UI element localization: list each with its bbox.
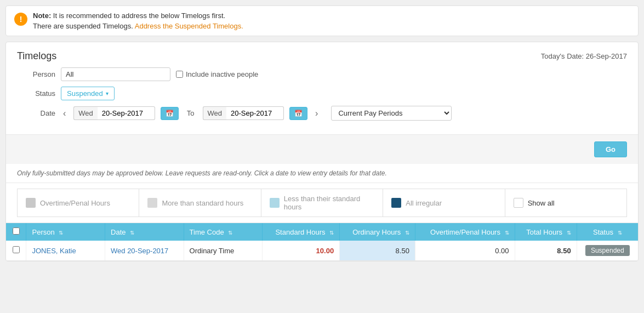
date-prev-button[interactable]: ‹	[61, 107, 68, 119]
chevron-down-icon: ▾	[106, 90, 109, 96]
th-standard-hours-label: Standard Hours	[275, 228, 325, 236]
th-timecode[interactable]: Time Code ⇅	[184, 223, 263, 241]
date-row: Date ‹ Wed 📅 To Wed 📅 › Current Pay Peri…	[17, 106, 627, 121]
person-row: Person Include inactive people	[17, 67, 627, 81]
status-row: Status Suspended ▾	[17, 87, 627, 100]
table-row: JONES, Katie Wed 20-Sep-2017 Ordinary Ti…	[6, 241, 638, 261]
row-overtime-hours: 0.00	[415, 241, 515, 261]
legend-less-standard: Less than their standard hours	[261, 189, 383, 217]
th-overtime-hours[interactable]: Overtime/Penal Hours ⇅	[415, 223, 515, 241]
main-card: Timelogs Today's Date: 26-Sep-2017 Perso…	[5, 42, 639, 261]
row-date[interactable]: Wed 20-Sep-2017	[105, 241, 184, 261]
th-timecode-label: Time Code	[190, 228, 224, 236]
row-checkbox[interactable]	[13, 246, 20, 253]
th-checkbox	[6, 223, 26, 241]
select-all-checkbox[interactable]	[13, 227, 20, 235]
alert-icon: !	[14, 13, 27, 26]
status-label: Status	[17, 89, 55, 98]
person-input[interactable]	[61, 67, 170, 81]
legend-all-irregular: All irregular	[383, 189, 504, 217]
alert-text: Note: It is recommended to address the b…	[33, 12, 243, 30]
date-next-button[interactable]: ›	[313, 107, 320, 119]
th-date[interactable]: Date ⇅	[105, 223, 184, 241]
row-ordinary-hours: 8.50	[340, 241, 415, 261]
include-inactive-checkbox[interactable]	[176, 71, 183, 78]
today-date: Today's Date: 26-Sep-2017	[541, 52, 627, 60]
include-inactive-label[interactable]: Include inactive people	[176, 70, 258, 78]
all-irregular-swatch	[391, 198, 401, 208]
info-text: Only fully-submitted days may be approve…	[6, 164, 638, 183]
th-status[interactable]: Status ⇅	[577, 223, 638, 241]
timelogs-table: Person ⇅ Date ⇅ Time Code ⇅ Standard H	[6, 223, 638, 261]
go-button[interactable]: Go	[594, 141, 627, 157]
date-from-input[interactable]	[98, 106, 155, 120]
sort-ordinary-icon: ⇅	[405, 230, 409, 236]
to-label: To	[187, 109, 195, 117]
period-select[interactable]: Current Pay Periods Last Pay Period Cust…	[331, 106, 452, 121]
th-total-hours-label: Total Hours	[526, 228, 562, 236]
row-checkbox-cell	[6, 241, 26, 261]
page-title: Timelogs	[17, 50, 56, 62]
calendar-to-button[interactable]: 📅	[289, 107, 307, 120]
legend-row: Overtime/Penal Hours More than standard …	[6, 183, 638, 223]
row-timecode: Ordinary Time	[184, 241, 263, 261]
th-ordinary-hours[interactable]: Ordinary Hours ⇅	[340, 223, 415, 241]
go-area: Go	[6, 134, 638, 164]
more-standard-label: More than standard hours	[162, 199, 243, 207]
page-wrapper: ! Note: It is recommended to address the…	[0, 0, 644, 313]
th-ordinary-hours-label: Ordinary Hours	[352, 228, 401, 236]
sort-date-icon: ⇅	[130, 230, 134, 236]
th-total-hours[interactable]: Total Hours ⇅	[515, 223, 577, 241]
th-date-label: Date	[111, 228, 126, 236]
sort-person-icon: ⇅	[59, 230, 63, 236]
sort-total-icon: ⇅	[567, 230, 571, 236]
status-dropdown-button[interactable]: Suspended ▾	[61, 87, 115, 100]
sort-standard-icon: ⇅	[329, 230, 334, 236]
table-area: Person ⇅ Date ⇅ Time Code ⇅ Standard H	[6, 223, 638, 261]
show-all-label[interactable]: Show all	[528, 199, 555, 207]
more-standard-swatch	[147, 198, 157, 208]
all-irregular-label: All irregular	[406, 199, 442, 207]
th-person[interactable]: Person ⇅	[26, 223, 105, 241]
date-to-input[interactable]	[226, 106, 284, 120]
th-standard-hours[interactable]: Standard Hours ⇅	[263, 223, 340, 241]
alert-suspended-text: There are suspended Timelogs.	[33, 22, 135, 30]
less-standard-swatch	[270, 198, 280, 208]
date-to-group: Wed	[203, 106, 284, 120]
date-label: Date	[17, 109, 55, 117]
date-from-group: Wed	[73, 106, 155, 120]
overtime-swatch	[26, 198, 36, 208]
row-status: Suspended	[577, 241, 638, 261]
th-overtime-hours-label: Overtime/Penal Hours	[430, 228, 500, 236]
th-person-label: Person	[32, 228, 54, 236]
legend-show-all[interactable]: Show all	[505, 189, 627, 217]
less-standard-label: Less than their standard hours	[284, 195, 374, 211]
person-label: Person	[17, 70, 55, 78]
row-person[interactable]: JONES, Katie	[26, 241, 105, 261]
legend-more-standard: More than standard hours	[139, 189, 260, 217]
card-header: Timelogs Today's Date: 26-Sep-2017	[6, 42, 638, 67]
alert-box: ! Note: It is recommended to address the…	[5, 5, 639, 36]
calendar-from-button[interactable]: 📅	[161, 107, 179, 120]
alert-note-label: Note:	[33, 12, 51, 20]
sort-overtime-icon: ⇅	[505, 230, 509, 236]
status-badge: Suspended	[585, 245, 630, 256]
sort-status-icon: ⇅	[618, 230, 622, 236]
th-status-label: Status	[593, 228, 613, 236]
date-from-day: Wed	[73, 106, 98, 120]
table-body: JONES, Katie Wed 20-Sep-2017 Ordinary Ti…	[6, 241, 638, 261]
sort-timecode-icon: ⇅	[228, 230, 232, 236]
legend-overtime: Overtime/Penal Hours	[17, 189, 139, 217]
row-total-hours: 8.50	[515, 241, 577, 261]
status-value: Suspended	[67, 89, 103, 98]
row-standard-hours: 10.00	[263, 241, 340, 261]
date-to-day: Wed	[203, 106, 227, 120]
alert-suspended-link[interactable]: Address the Suspended Timelogs.	[135, 22, 243, 30]
form-area: Person Include inactive people Status Su…	[6, 67, 638, 134]
show-all-swatch	[514, 198, 523, 208]
table-header: Person ⇅ Date ⇅ Time Code ⇅ Standard H	[6, 223, 638, 241]
alert-note-text: It is recommended to address the below T…	[53, 12, 225, 20]
overtime-label: Overtime/Penal Hours	[40, 199, 110, 207]
